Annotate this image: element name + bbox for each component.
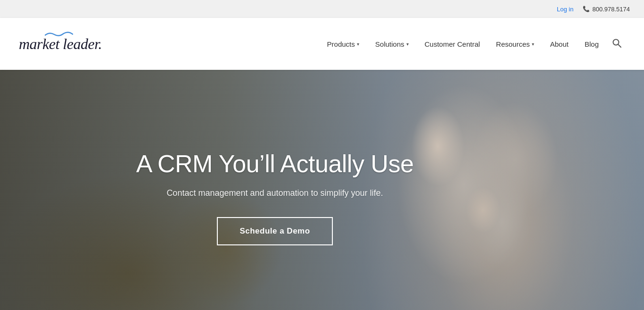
hero-content: A CRM You’ll Actually Use Contact manage… xyxy=(127,149,423,245)
nav-solutions[interactable]: Solutions ▾ xyxy=(369,36,415,52)
phone-number: 800.978.5174 xyxy=(592,6,630,13)
logo-text: market leader. xyxy=(19,35,102,52)
top-bar: Log in 📞 800.978.5174 xyxy=(0,0,644,18)
chevron-down-icon: ▾ xyxy=(357,42,359,47)
phone-icon: 📞 xyxy=(583,6,590,12)
nav-about[interactable]: About xyxy=(544,36,575,52)
site-header: market leader. Products ▾ Solutions ▾ Cu… xyxy=(0,18,644,70)
hero-subtitle: Contact management and automation to sim… xyxy=(136,188,414,198)
phone-display: 📞 800.978.5174 xyxy=(583,6,630,13)
schedule-demo-button[interactable]: Schedule a Demo xyxy=(217,217,332,245)
nav-blog[interactable]: Blog xyxy=(578,36,605,52)
logo[interactable]: market leader. xyxy=(19,35,102,53)
login-link[interactable]: Log in xyxy=(557,6,573,13)
svg-line-1 xyxy=(618,44,621,47)
nav-resources[interactable]: Resources ▾ xyxy=(489,36,541,52)
hero-title: A CRM You’ll Actually Use xyxy=(136,149,414,178)
search-icon[interactable] xyxy=(608,34,625,54)
nav-customer-central[interactable]: Customer Central xyxy=(418,36,487,52)
logo-wave xyxy=(45,31,73,37)
chevron-down-icon: ▾ xyxy=(532,42,534,47)
main-nav: Products ▾ Solutions ▾ Customer Central … xyxy=(321,34,625,54)
nav-products[interactable]: Products ▾ xyxy=(321,36,366,52)
hero-section: A CRM You’ll Actually Use Contact manage… xyxy=(0,70,644,310)
chevron-down-icon: ▾ xyxy=(406,42,409,47)
